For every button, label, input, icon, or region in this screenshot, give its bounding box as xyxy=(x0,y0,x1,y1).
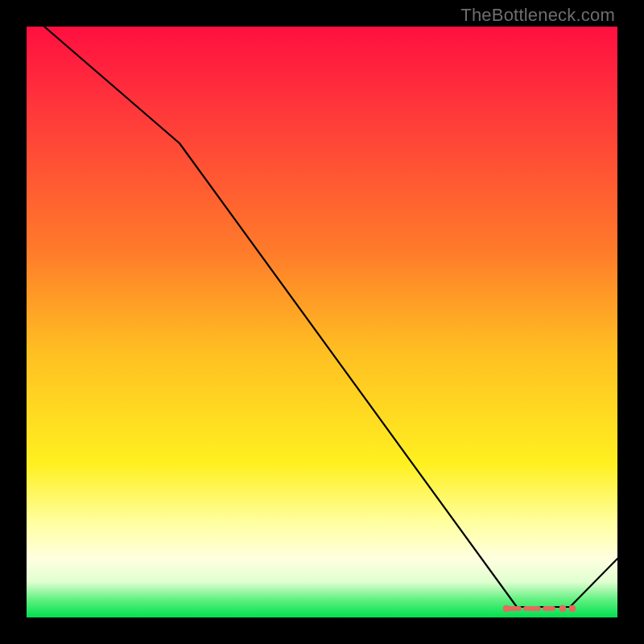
plot-area xyxy=(27,27,617,617)
watermark-text: TheBottleneck.com xyxy=(460,5,615,26)
bottleneck-curve xyxy=(44,27,617,607)
min-marker-band xyxy=(503,605,576,612)
marker-dot xyxy=(559,605,566,612)
marker-dot xyxy=(503,605,510,612)
curve-svg xyxy=(27,27,617,617)
marker-dot xyxy=(569,605,576,612)
chart-frame: TheBottleneck.com xyxy=(0,0,644,644)
